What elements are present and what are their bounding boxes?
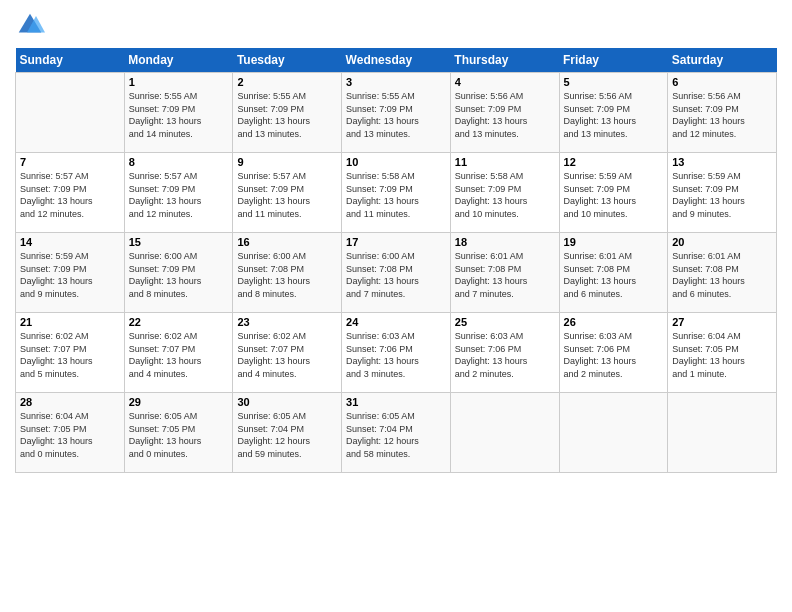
- day-info: Sunrise: 5:55 AMSunset: 7:09 PMDaylight:…: [129, 90, 229, 140]
- day-info: Sunrise: 5:58 AMSunset: 7:09 PMDaylight:…: [346, 170, 446, 220]
- sunrise-text: Sunrise: 6:05 AM: [237, 410, 337, 423]
- daylight-hours: Daylight: 13 hours: [20, 355, 120, 368]
- day-info: Sunrise: 5:59 AMSunset: 7:09 PMDaylight:…: [20, 250, 120, 300]
- calendar-cell: 24Sunrise: 6:03 AMSunset: 7:06 PMDayligh…: [342, 313, 451, 393]
- sunset-text: Sunset: 7:09 PM: [455, 103, 555, 116]
- sunrise-text: Sunrise: 6:00 AM: [237, 250, 337, 263]
- day-info: Sunrise: 6:02 AMSunset: 7:07 PMDaylight:…: [237, 330, 337, 380]
- calendar-cell: 9Sunrise: 5:57 AMSunset: 7:09 PMDaylight…: [233, 153, 342, 233]
- sunrise-text: Sunrise: 6:02 AM: [237, 330, 337, 343]
- sunset-text: Sunset: 7:09 PM: [564, 103, 664, 116]
- calendar-cell: 5Sunrise: 5:56 AMSunset: 7:09 PMDaylight…: [559, 73, 668, 153]
- calendar-cell: 14Sunrise: 5:59 AMSunset: 7:09 PMDayligh…: [16, 233, 125, 313]
- daylight-minutes: and 7 minutes.: [346, 288, 446, 301]
- day-info: Sunrise: 5:59 AMSunset: 7:09 PMDaylight:…: [564, 170, 664, 220]
- daylight-minutes: and 9 minutes.: [672, 208, 772, 221]
- daylight-minutes: and 2 minutes.: [455, 368, 555, 381]
- day-info: Sunrise: 5:56 AMSunset: 7:09 PMDaylight:…: [672, 90, 772, 140]
- daylight-hours: Daylight: 12 hours: [346, 435, 446, 448]
- daylight-minutes: and 9 minutes.: [20, 288, 120, 301]
- daylight-hours: Daylight: 13 hours: [672, 115, 772, 128]
- daylight-minutes: and 11 minutes.: [237, 208, 337, 221]
- daylight-minutes: and 8 minutes.: [237, 288, 337, 301]
- day-number: 7: [20, 156, 120, 168]
- calendar-cell: 10Sunrise: 5:58 AMSunset: 7:09 PMDayligh…: [342, 153, 451, 233]
- header: [15, 10, 777, 40]
- day-number: 5: [564, 76, 664, 88]
- calendar-table: SundayMondayTuesdayWednesdayThursdayFrid…: [15, 48, 777, 473]
- sunset-text: Sunset: 7:08 PM: [346, 263, 446, 276]
- day-info: Sunrise: 6:04 AMSunset: 7:05 PMDaylight:…: [672, 330, 772, 380]
- daylight-minutes: and 12 minutes.: [672, 128, 772, 141]
- sunset-text: Sunset: 7:09 PM: [129, 183, 229, 196]
- daylight-hours: Daylight: 13 hours: [20, 275, 120, 288]
- sunset-text: Sunset: 7:09 PM: [346, 103, 446, 116]
- sunset-text: Sunset: 7:08 PM: [672, 263, 772, 276]
- daylight-minutes: and 1 minute.: [672, 368, 772, 381]
- sunset-text: Sunset: 7:07 PM: [129, 343, 229, 356]
- sunset-text: Sunset: 7:06 PM: [455, 343, 555, 356]
- sunrise-text: Sunrise: 5:58 AM: [455, 170, 555, 183]
- day-number: 25: [455, 316, 555, 328]
- day-info: Sunrise: 6:04 AMSunset: 7:05 PMDaylight:…: [20, 410, 120, 460]
- day-number: 17: [346, 236, 446, 248]
- sunrise-text: Sunrise: 6:05 AM: [129, 410, 229, 423]
- daylight-hours: Daylight: 13 hours: [672, 355, 772, 368]
- sunrise-text: Sunrise: 6:02 AM: [129, 330, 229, 343]
- calendar-cell: 1Sunrise: 5:55 AMSunset: 7:09 PMDaylight…: [124, 73, 233, 153]
- calendar-cell: 4Sunrise: 5:56 AMSunset: 7:09 PMDaylight…: [450, 73, 559, 153]
- daylight-minutes: and 0 minutes.: [20, 448, 120, 461]
- sunrise-text: Sunrise: 5:59 AM: [564, 170, 664, 183]
- daylight-minutes: and 13 minutes.: [564, 128, 664, 141]
- calendar-cell: 17Sunrise: 6:00 AMSunset: 7:08 PMDayligh…: [342, 233, 451, 313]
- day-number: 1: [129, 76, 229, 88]
- calendar-cell: [668, 393, 777, 473]
- day-info: Sunrise: 5:57 AMSunset: 7:09 PMDaylight:…: [20, 170, 120, 220]
- sunset-text: Sunset: 7:09 PM: [455, 183, 555, 196]
- daylight-hours: Daylight: 13 hours: [20, 435, 120, 448]
- calendar-cell: 3Sunrise: 5:55 AMSunset: 7:09 PMDaylight…: [342, 73, 451, 153]
- daylight-minutes: and 11 minutes.: [346, 208, 446, 221]
- sunrise-text: Sunrise: 6:01 AM: [455, 250, 555, 263]
- day-number: 26: [564, 316, 664, 328]
- day-info: Sunrise: 5:56 AMSunset: 7:09 PMDaylight:…: [564, 90, 664, 140]
- sunrise-text: Sunrise: 5:57 AM: [129, 170, 229, 183]
- daylight-minutes: and 7 minutes.: [455, 288, 555, 301]
- day-info: Sunrise: 5:56 AMSunset: 7:09 PMDaylight:…: [455, 90, 555, 140]
- day-info: Sunrise: 6:05 AMSunset: 7:04 PMDaylight:…: [346, 410, 446, 460]
- day-header-wednesday: Wednesday: [342, 48, 451, 73]
- sunset-text: Sunset: 7:08 PM: [237, 263, 337, 276]
- day-number: 20: [672, 236, 772, 248]
- daylight-minutes: and 6 minutes.: [672, 288, 772, 301]
- sunrise-text: Sunrise: 6:04 AM: [672, 330, 772, 343]
- daylight-hours: Daylight: 13 hours: [564, 195, 664, 208]
- day-info: Sunrise: 5:55 AMSunset: 7:09 PMDaylight:…: [346, 90, 446, 140]
- day-number: 28: [20, 396, 120, 408]
- sunrise-text: Sunrise: 5:57 AM: [237, 170, 337, 183]
- daylight-hours: Daylight: 13 hours: [129, 115, 229, 128]
- sunrise-text: Sunrise: 5:56 AM: [672, 90, 772, 103]
- daylight-hours: Daylight: 13 hours: [346, 195, 446, 208]
- calendar-cell: 12Sunrise: 5:59 AMSunset: 7:09 PMDayligh…: [559, 153, 668, 233]
- sunrise-text: Sunrise: 6:03 AM: [564, 330, 664, 343]
- sunset-text: Sunset: 7:09 PM: [20, 183, 120, 196]
- day-number: 19: [564, 236, 664, 248]
- calendar-cell: [559, 393, 668, 473]
- calendar-cell: 2Sunrise: 5:55 AMSunset: 7:09 PMDaylight…: [233, 73, 342, 153]
- week-row-4: 21Sunrise: 6:02 AMSunset: 7:07 PMDayligh…: [16, 313, 777, 393]
- day-info: Sunrise: 6:01 AMSunset: 7:08 PMDaylight:…: [455, 250, 555, 300]
- day-header-monday: Monday: [124, 48, 233, 73]
- sunrise-text: Sunrise: 6:02 AM: [20, 330, 120, 343]
- daylight-minutes: and 13 minutes.: [455, 128, 555, 141]
- day-number: 8: [129, 156, 229, 168]
- daylight-minutes: and 59 minutes.: [237, 448, 337, 461]
- daylight-minutes: and 5 minutes.: [20, 368, 120, 381]
- calendar-cell: 27Sunrise: 6:04 AMSunset: 7:05 PMDayligh…: [668, 313, 777, 393]
- daylight-hours: Daylight: 13 hours: [129, 195, 229, 208]
- day-number: 22: [129, 316, 229, 328]
- calendar-cell: 16Sunrise: 6:00 AMSunset: 7:08 PMDayligh…: [233, 233, 342, 313]
- day-info: Sunrise: 6:03 AMSunset: 7:06 PMDaylight:…: [346, 330, 446, 380]
- calendar-cell: 29Sunrise: 6:05 AMSunset: 7:05 PMDayligh…: [124, 393, 233, 473]
- day-info: Sunrise: 6:03 AMSunset: 7:06 PMDaylight:…: [455, 330, 555, 380]
- calendar-cell: 25Sunrise: 6:03 AMSunset: 7:06 PMDayligh…: [450, 313, 559, 393]
